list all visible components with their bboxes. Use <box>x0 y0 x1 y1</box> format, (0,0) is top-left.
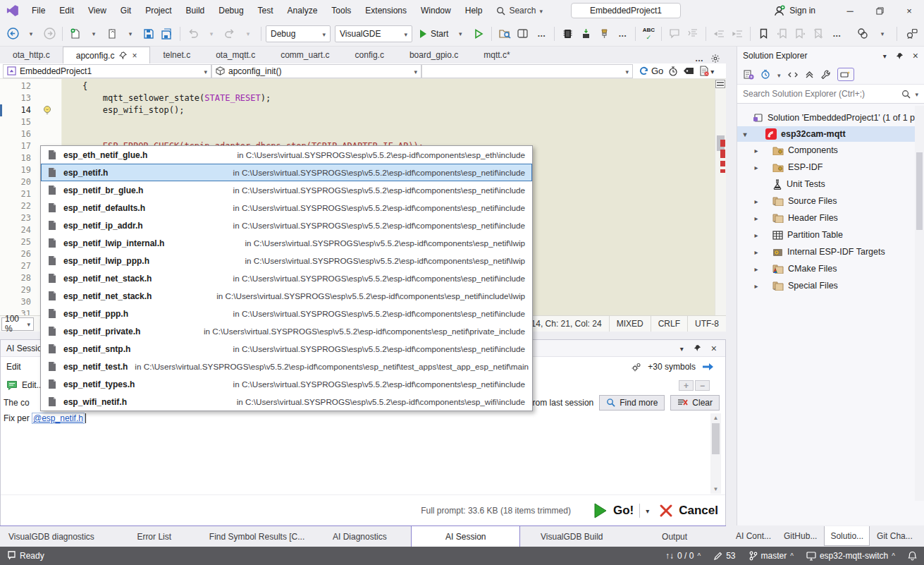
debug-profile-dropdown[interactable]: VisualGDE <box>335 25 412 42</box>
device-overflow[interactable] <box>614 25 631 43</box>
zoom-level-dropdown[interactable]: 100 % <box>1 317 34 331</box>
chevron-right-icon[interactable]: ▸ <box>753 214 760 222</box>
minimize-button[interactable]: ─ <box>835 0 865 21</box>
tab-find-symbol-results[interactable]: Find Symbol Results [C... <box>206 526 309 547</box>
bookmark-overflow[interactable] <box>828 25 845 43</box>
popup-item-selected[interactable]: esp_netif.hin C:\Users\virtual.SYSPROGS\… <box>41 164 532 181</box>
window-position-dropdown[interactable] <box>680 344 684 353</box>
filter-dropdown[interactable] <box>777 70 781 80</box>
navigate-forward-button[interactable] <box>41 25 58 43</box>
find-more-button[interactable]: Find more <box>599 395 665 411</box>
lightbulb-icon[interactable] <box>42 105 52 116</box>
solution-explorer-scrollbar[interactable] <box>915 106 924 501</box>
tab-output[interactable]: Output <box>623 526 726 547</box>
chevron-right-icon[interactable]: ▸ <box>753 164 760 171</box>
toggle-bookmark-button[interactable] <box>755 25 772 43</box>
menu-git[interactable]: Git <box>113 0 138 21</box>
window-layout-button[interactable] <box>515 25 531 43</box>
increase-indent-button[interactable] <box>729 25 746 43</box>
save-all-button[interactable] <box>159 25 175 43</box>
start-debug-dropdown[interactable] <box>452 25 469 43</box>
tag-icon[interactable] <box>683 67 694 75</box>
solution-search[interactable] <box>737 85 924 104</box>
menu-view[interactable]: View <box>81 0 113 21</box>
open-file-button[interactable] <box>104 25 121 43</box>
error-document-button[interactable] <box>699 66 714 76</box>
chevron-right-icon[interactable]: ▸ <box>753 248 760 256</box>
popup-item[interactable]: esp_netif_private.hin C:\Users\virtual.S… <box>41 322 532 340</box>
switch-views-icon[interactable] <box>743 69 754 80</box>
tree-node-esp-idf[interactable]: ▸ ESP-IDF <box>737 159 924 176</box>
popup-item[interactable]: esp_wifi_netif.hin C:\Users\virtual.SYSP… <box>41 393 532 411</box>
repo-selector[interactable]: esp32-mqtt-switch ^ <box>806 551 895 561</box>
nav-member-dropdown[interactable] <box>421 64 633 78</box>
tab-comm-uart[interactable]: comm_uart.c <box>268 47 342 63</box>
navigate-back-dropdown[interactable] <box>23 25 39 43</box>
tab-github[interactable]: GitHub... <box>778 526 823 546</box>
popup-item[interactable]: esp_netif_test.hin C:\Users\virtual.SYSP… <box>41 358 532 375</box>
tab-options-gear-icon[interactable] <box>710 54 720 63</box>
pending-changes-filter-icon[interactable] <box>760 69 771 80</box>
start-debug-button[interactable]: Start <box>418 25 450 43</box>
notifications-bell-icon[interactable] <box>908 551 917 561</box>
program-flash-button[interactable] <box>559 25 576 43</box>
find-in-files-button[interactable] <box>496 25 513 43</box>
menu-window[interactable]: Window <box>414 0 458 21</box>
new-file-dropdown[interactable] <box>85 25 102 43</box>
tab-ai-session[interactable]: AI Session <box>411 526 520 547</box>
tree-node-unit-tests[interactable]: Unit Tests <box>737 176 924 193</box>
tab-ota-http[interactable]: ota_http.c <box>0 47 63 63</box>
chevron-right-icon[interactable]: ▸ <box>753 231 760 239</box>
spell-check-button[interactable]: ABC✓ <box>640 25 657 43</box>
scrollbar-thumb[interactable] <box>916 152 923 230</box>
menu-file[interactable]: File <box>25 0 52 21</box>
popup-item[interactable]: esp_netif_types.hin C:\Users\virtual.SYS… <box>41 375 532 393</box>
sign-in-button[interactable]: Sign in <box>773 5 815 17</box>
menu-project[interactable]: Project <box>138 0 178 21</box>
prompt-input[interactable]: Fix per @esp_netif.h <box>1 411 725 426</box>
popup-item[interactable]: esp_eth_netif_glue.hin C:\Users\virtual.… <box>41 146 532 164</box>
tab-ai-diagnostics[interactable]: AI Diagnostics <box>308 526 411 547</box>
vertical-splitter[interactable] <box>726 47 737 525</box>
popup-item[interactable]: esp_netif_defaults.hin C:\Users\virtual.… <box>41 199 532 217</box>
prompt-scrollbar[interactable]: ▲ ▼ <box>710 413 721 494</box>
serial-connection-button[interactable] <box>596 25 612 43</box>
tree-node-cmake-files[interactable]: ▸ CMake Files <box>737 260 924 277</box>
nav-symbol-dropdown[interactable]: apconfig_init() <box>211 64 421 78</box>
menu-tools[interactable]: Tools <box>324 0 358 21</box>
pin-icon[interactable] <box>119 51 127 59</box>
tab-config[interactable]: config.c <box>343 47 397 63</box>
tree-project-node[interactable]: ▾ esp32cam-mqtt <box>737 126 924 142</box>
menu-debug[interactable]: Debug <box>211 0 250 21</box>
tab-overflow[interactable] <box>695 54 703 63</box>
popup-item[interactable]: esp_netif_ip_addr.hin C:\Users\virtual.S… <box>41 217 532 234</box>
close-panel-icon[interactable]: × <box>711 343 717 354</box>
close-panel-icon[interactable]: × <box>913 50 918 61</box>
decrease-context-button[interactable]: − <box>695 380 710 391</box>
menu-analyze[interactable]: Analyze <box>281 0 325 21</box>
chevron-right-icon[interactable]: ▸ <box>753 265 760 273</box>
error-warning-counts[interactable]: ↑↓ 0 / 0 ^ <box>665 551 701 561</box>
popup-item[interactable]: esp_netif_lwip_ppp.hin C:\Users\virtual.… <box>41 252 532 269</box>
redo-button[interactable] <box>221 25 238 43</box>
chevron-right-icon[interactable]: ▸ <box>753 147 760 154</box>
new-file-button[interactable] <box>67 25 84 43</box>
close-window-button[interactable]: × <box>894 0 924 21</box>
tab-git-changes[interactable]: Git Cha... <box>871 526 918 546</box>
prev-bookmark-button[interactable] <box>773 25 790 43</box>
code-line-current[interactable]: 14 esp_wifi_stop(); <box>0 104 715 116</box>
chevron-down-icon[interactable]: ▾ <box>741 130 749 138</box>
expand-symbols-arrow-icon[interactable] <box>701 362 715 372</box>
tab-visualgdb-diagnostics[interactable]: VisualGDB diagnostics <box>0 526 103 547</box>
tab-error-list[interactable]: Error List <box>103 526 206 547</box>
toolbar-overflow[interactable] <box>533 25 550 43</box>
code-line[interactable]: 12 { <box>0 80 715 92</box>
menu-test[interactable]: Test <box>251 0 281 21</box>
code-line[interactable]: 16 <box>0 128 715 140</box>
tab-ota-mqtt[interactable]: ota_mqtt.c <box>203 47 268 63</box>
pending-edits[interactable]: 53 <box>713 551 735 561</box>
decrease-indent-button[interactable] <box>710 25 727 43</box>
go-options-dropdown[interactable] <box>646 506 649 516</box>
tab-solution-explorer[interactable]: Solutio... <box>824 526 870 546</box>
tab-board-gpio[interactable]: board_gpio.c <box>397 47 471 63</box>
